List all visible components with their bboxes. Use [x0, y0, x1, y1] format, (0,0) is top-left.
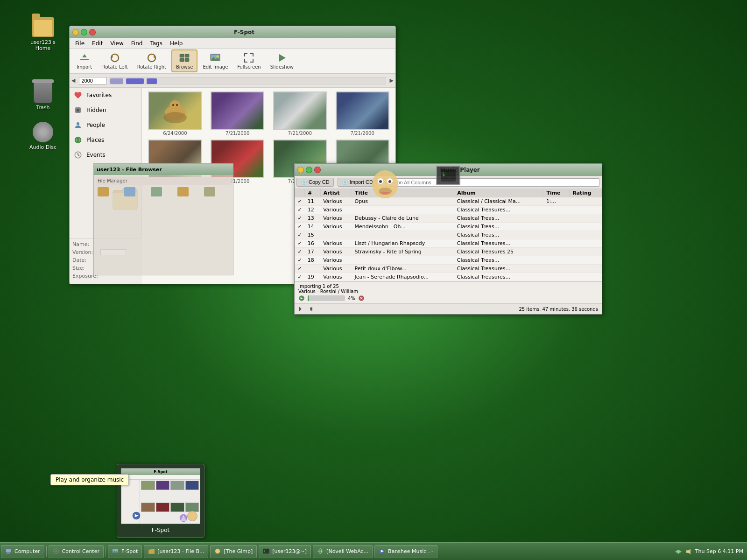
desktop-icon-home[interactable]: user123's Home	[24, 14, 62, 53]
desktop-icon-trash[interactable]: Trash	[24, 79, 62, 112]
table-row[interactable]: ✓18VariousClassical Treas...	[295, 256, 602, 265]
import-button[interactable]: Import	[71, 50, 97, 72]
browse-label: Browse	[176, 64, 193, 70]
trash-icon	[32, 81, 54, 104]
import-label: Import	[77, 64, 92, 70]
svg-point-26	[163, 112, 187, 123]
table-row[interactable]: ✓16VariousLiszt / Hungarian RhapsodyClas…	[295, 239, 602, 248]
favorites-label: Favorites	[86, 92, 112, 98]
menu-find[interactable]: Find	[127, 39, 147, 48]
photo-thumb-3[interactable]	[273, 91, 327, 130]
table-row[interactable]: ✓15Classical Treas...	[295, 231, 602, 239]
events-icon	[73, 150, 83, 160]
photo-thumb-4[interactable]	[336, 91, 389, 130]
table-row[interactable]: ✓14VariousMendelssohn - Oh...Classical T…	[295, 223, 602, 231]
terminal-label: [user123@~]	[272, 548, 307, 554]
svg-rect-35	[311, 307, 312, 311]
banshee-minimize-button[interactable]	[297, 167, 304, 173]
table-row[interactable]: ✓VariousPetit doux d'Elbow...Classical T…	[295, 265, 602, 273]
events-label: Events	[86, 152, 106, 158]
table-row[interactable]: ✓12VariousClassical Treasures...	[295, 206, 602, 214]
next-track-icon[interactable]	[306, 305, 313, 313]
taskbar-terminal[interactable]: $ [user123@~]	[259, 545, 311, 558]
hidden-label: Hidden	[86, 107, 106, 113]
photo-date-2: 7/21/2000	[226, 131, 249, 136]
svg-point-41	[379, 180, 382, 183]
photo-cell-3[interactable]: 7/21/2000	[271, 91, 330, 136]
banshee-close-button[interactable]	[314, 167, 321, 173]
maximize-button[interactable]	[81, 29, 87, 35]
rotate-right-button[interactable]: Rotate Right	[133, 50, 170, 72]
terminal-icon: $ _	[436, 166, 460, 185]
novell-icon	[317, 548, 324, 555]
volume-icon[interactable]	[685, 548, 692, 555]
table-row[interactable]: ✓13VariousDebussy - Claire de LuneClassi…	[295, 214, 602, 223]
timeline-year-input[interactable]	[79, 77, 107, 84]
taskbar-gimp[interactable]: [The Gimp]	[210, 545, 257, 558]
banshee-maximize-button[interactable]	[306, 167, 312, 173]
svg-rect-6	[180, 58, 184, 62]
import-text: Importing 1 of 25	[298, 284, 339, 289]
rotate-left-button[interactable]: Rotate Left	[98, 50, 132, 72]
photo-date-4: 7/21/2000	[350, 131, 374, 136]
col-check	[295, 189, 305, 197]
photo-thumb-1[interactable]	[148, 91, 202, 130]
sidebar-people[interactable]: People	[70, 118, 141, 133]
photo-cell-2[interactable]: 7/21/2000	[208, 91, 267, 136]
svg-point-14	[77, 122, 79, 125]
minimize-button[interactable]	[72, 29, 79, 35]
desktop-icon-audio[interactable]: Audio Disc	[24, 119, 62, 152]
close-button[interactable]	[89, 29, 96, 35]
taskbar-banshee[interactable]: Banshee Music . -	[374, 545, 437, 558]
progress-bar	[308, 295, 345, 301]
svg-rect-0	[80, 59, 89, 60]
favorites-icon	[73, 91, 83, 100]
slideshow-button[interactable]: Slideshow	[266, 50, 298, 72]
rotate-right-icon	[146, 52, 157, 63]
menu-help[interactable]: Help	[166, 39, 186, 48]
banshee-filter-input[interactable]	[381, 178, 600, 187]
rotate-right-label: Rotate Right	[137, 64, 166, 70]
sidebar-hidden[interactable]: Hidden	[70, 103, 141, 118]
cancel-import-icon[interactable]	[358, 295, 365, 301]
banshee-track-table: # Artist Title Album Time Rating ✓11Vari…	[295, 189, 602, 281]
prev-track-icon[interactable]	[298, 305, 306, 313]
menu-file[interactable]: File	[71, 39, 88, 48]
browse-button[interactable]: Browse	[171, 49, 197, 72]
taskbar-novell[interactable]: [Novell WebAc...	[313, 545, 373, 558]
table-row[interactable]: ✓11VariousOpusClassical / Classical Ma..…	[295, 197, 602, 206]
svg-point-25	[176, 104, 178, 106]
sidebar-favorites[interactable]: Favorites	[70, 88, 141, 103]
novell-label: [Novell WebAc...	[326, 548, 368, 554]
sidebar-places[interactable]: Places	[70, 133, 141, 147]
taskbar-file-browser[interactable]: [user123 - File B...	[144, 545, 208, 558]
fullscreen-label: Fullscreen	[237, 64, 261, 70]
svg-point-10	[217, 56, 219, 58]
menu-edit[interactable]: Edit	[88, 39, 106, 48]
svg-rect-48	[7, 553, 10, 553]
network-icon	[675, 548, 682, 555]
taskbar-sep-2	[106, 546, 106, 557]
timeline-prev[interactable]: ◀	[71, 77, 75, 84]
menu-view[interactable]: View	[106, 39, 127, 48]
taskbar-fspot[interactable]: F-Spot	[108, 545, 142, 558]
photo-cell-1[interactable]: 6/24/2000	[146, 91, 204, 136]
gimp-icon	[214, 548, 222, 555]
edit-image-button[interactable]: Edit Image	[198, 50, 232, 72]
slideshow-label: Slideshow	[270, 64, 294, 70]
copy-cd-button[interactable]: 💿 Copy CD	[296, 178, 334, 187]
table-row[interactable]: ✓19VariousJean - Serenade Rhapsodio...Cl…	[295, 273, 602, 281]
taskbar-computer[interactable]: Computer	[1, 545, 44, 558]
photo-thumb-2[interactable]	[211, 91, 264, 130]
sidebar-events[interactable]: Events	[70, 147, 141, 162]
timeline-next[interactable]: ▶	[390, 77, 394, 84]
fullscreen-icon	[243, 52, 254, 63]
table-row[interactable]: ✓17VariousStravinsky - Rite of SpringCla…	[295, 248, 602, 256]
rotate-left-icon	[109, 52, 120, 63]
timeline-slider[interactable]	[109, 77, 386, 84]
edit-image-label: Edit Image	[203, 64, 228, 70]
menu-tags[interactable]: Tags	[146, 39, 166, 48]
taskbar-control-center[interactable]: Control Center	[49, 545, 104, 558]
fullscreen-button[interactable]: Fullscreen	[233, 50, 265, 72]
photo-cell-4[interactable]: 7/21/2000	[333, 91, 392, 136]
